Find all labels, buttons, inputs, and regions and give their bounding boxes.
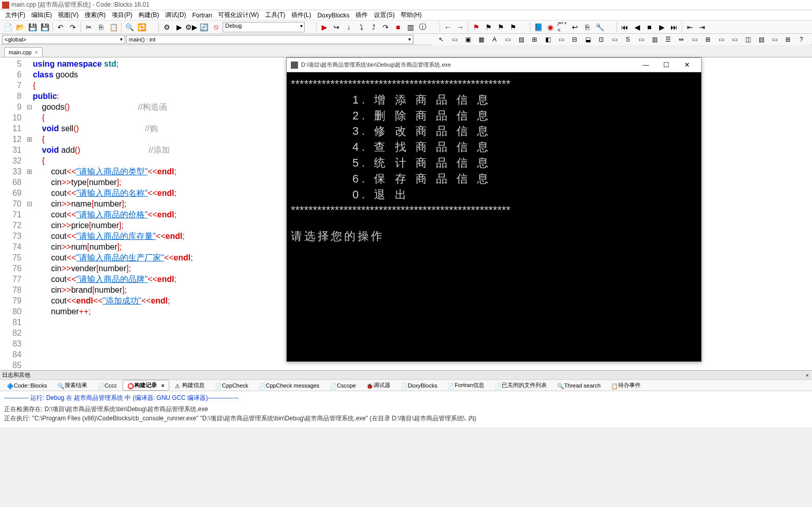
console-body[interactable]: ****************************************… [287, 72, 701, 249]
log-tab[interactable]: 📄Fortran信息 [443, 380, 488, 391]
tool-a-icon[interactable]: A [489, 34, 500, 45]
menu-item[interactable]: 视图(V) [55, 11, 82, 19]
bookmark-icon[interactable]: ⚑ [470, 22, 482, 33]
console-titlebar[interactable]: D:\项目\超市商品管理系统\bin\Debug\超市商品管理系统.exe — … [287, 58, 701, 72]
find-icon[interactable]: 🔍 [124, 22, 135, 33]
new-file-icon[interactable]: 📄 [2, 22, 13, 33]
tool-box17-icon[interactable]: ▭ [689, 34, 700, 45]
f6-icon[interactable]: ⇤ [684, 22, 696, 33]
build-run-icon[interactable]: ⚙▶ [186, 22, 197, 33]
tool-box1-icon[interactable]: ▭ [449, 34, 460, 45]
debug-next-icon[interactable]: ↓ [343, 22, 354, 33]
log-tab[interactable]: 📄Cccc [93, 381, 122, 390]
undo-icon[interactable]: ↶ [55, 22, 66, 33]
doxy5-icon[interactable]: ⎘ [582, 22, 593, 33]
f1-icon[interactable]: ⏮ [619, 22, 630, 33]
f2-icon[interactable]: ◀ [631, 22, 643, 33]
tool-box21-icon[interactable]: ◫ [742, 34, 754, 45]
tool-box16-icon[interactable]: ⇔ [676, 34, 687, 45]
log-tab[interactable]: 🐞调试器 [362, 380, 395, 391]
build-icon[interactable]: ⚙ [161, 22, 172, 33]
menu-item[interactable]: 设置(S) [371, 11, 398, 19]
save-icon[interactable]: 💾 [27, 22, 38, 33]
debug-continue-icon[interactable]: ↪ [331, 22, 342, 33]
debug-start-icon[interactable]: ▶ [319, 22, 330, 33]
log-tab[interactable]: 📄已关闭的文件列表 [490, 380, 551, 391]
debug-step-in-icon[interactable]: ⤵ [355, 22, 367, 33]
menu-item[interactable]: 插件 [352, 11, 371, 19]
log-tab[interactable]: 📄Cscope [325, 381, 361, 390]
fold-toggle-icon[interactable]: ⊟ [26, 102, 33, 112]
menu-item[interactable]: 可视化设计(W) [215, 11, 262, 19]
menu-item[interactable]: 搜索(R) [82, 11, 109, 19]
tab-main-cpp[interactable]: main.cpp × [4, 47, 43, 57]
nav-back-icon[interactable]: ← [442, 22, 453, 33]
bookmark-clear-icon[interactable]: ⚑ [507, 22, 519, 33]
tool-box24-icon[interactable]: ⊞ [782, 34, 794, 45]
tool-pointer-icon[interactable]: ↖ [435, 34, 447, 45]
open-icon[interactable]: 📂 [14, 22, 26, 33]
tool-box14-icon[interactable]: ▥ [649, 34, 660, 45]
build-target-combo[interactable]: Debug [223, 22, 305, 32]
tool-box6-icon[interactable]: ⊞ [529, 34, 540, 45]
menu-item[interactable]: 帮助(H) [398, 11, 425, 19]
tool-box19-icon[interactable]: ▭ [716, 34, 727, 45]
log-tab[interactable]: 🔍Thread search [552, 381, 605, 390]
tool-box23-icon[interactable]: ▭ [769, 34, 780, 45]
debug-step-out-icon[interactable]: ⤴ [368, 22, 379, 33]
scope-func-combo[interactable]: main() : int▾ [126, 35, 413, 44]
log-body[interactable]: ------------ 运行: Debug 在 超市商品管理系统 中 (编译器… [0, 391, 812, 427]
menu-item[interactable]: DoxyBlocks [314, 12, 353, 19]
debug-step-over-icon[interactable]: ↷ [380, 22, 391, 33]
tool-box20-icon[interactable]: ▭ [729, 34, 740, 45]
tool-box7-icon[interactable]: ◧ [542, 34, 553, 45]
f4-icon[interactable]: ▶ [656, 22, 667, 33]
close-tab-icon[interactable]: × [35, 49, 38, 55]
f5-icon[interactable]: ⏭ [668, 22, 680, 33]
log-tab[interactable]: ⭕构建记录× [123, 380, 169, 391]
debug-stop-icon[interactable]: ■ [392, 22, 404, 33]
fold-toggle-icon[interactable]: ⊞ [26, 134, 33, 145]
tool-box22-icon[interactable]: ▤ [756, 34, 767, 45]
f3-icon[interactable]: ■ [644, 22, 655, 33]
doxy3-icon[interactable]: /** *< [557, 22, 568, 33]
tool-box2-icon[interactable]: ▣ [462, 34, 473, 45]
log-tab[interactable]: ⚠构建信息 [170, 380, 209, 391]
save-all-icon[interactable]: 💾 [39, 22, 50, 33]
maximize-icon[interactable]: ☐ [656, 61, 677, 69]
log-tab[interactable]: 📋待办事件 [606, 380, 645, 391]
log-tab[interactable]: 🔍搜索结果 [53, 380, 92, 391]
menu-item[interactable]: 构建(B) [135, 11, 162, 19]
doxy4-icon[interactable]: ↩ [569, 22, 581, 33]
log-tab[interactable]: 📄DoxyBlocks [396, 381, 442, 390]
log-close-icon[interactable]: × [803, 372, 812, 378]
run-icon[interactable]: ▶ [173, 22, 185, 33]
tool-box18-icon[interactable]: ⊞ [702, 34, 714, 45]
rebuild-icon[interactable]: 🔄 [198, 22, 209, 33]
log-tab[interactable]: 📄CppCheck messages [254, 381, 324, 390]
tool-box15-icon[interactable]: ☰ [662, 34, 674, 45]
tool-box8-icon[interactable]: ▭ [556, 34, 567, 45]
tool-box5-icon[interactable]: ▤ [516, 34, 527, 45]
tool-box12-icon[interactable]: ▭ [609, 34, 620, 45]
replace-icon[interactable]: 🔁 [136, 22, 147, 33]
cut-icon[interactable]: ✂ [83, 22, 94, 33]
redo-icon[interactable]: ↷ [67, 22, 78, 33]
doxy2-icon[interactable]: ◉ [545, 22, 556, 33]
fold-toggle-icon[interactable]: ⊟ [26, 198, 33, 209]
tool-s-icon[interactable]: S [622, 34, 633, 45]
tool-box9-icon[interactable]: ⊟ [569, 34, 580, 45]
debug-window-icon[interactable]: ▥ [405, 22, 416, 33]
nav-fwd-icon[interactable]: → [454, 22, 466, 33]
bookmark-next-icon[interactable]: ⚑ [495, 22, 506, 33]
tool-box10-icon[interactable]: ⬓ [582, 34, 593, 45]
paste-icon[interactable]: 📋 [108, 22, 119, 33]
doxy6-icon[interactable]: 🔧 [594, 22, 605, 33]
menu-item[interactable]: Fortran [189, 12, 215, 19]
menu-item[interactable]: 工具(T) [262, 11, 288, 19]
debug-info-icon[interactable]: ⓘ [417, 22, 428, 33]
tool-box3-icon[interactable]: ▦ [476, 34, 487, 45]
close-icon[interactable]: ✕ [677, 61, 697, 69]
menu-item[interactable]: 调试(D) [162, 11, 189, 19]
tool-box13-icon[interactable]: ▭ [636, 34, 647, 45]
